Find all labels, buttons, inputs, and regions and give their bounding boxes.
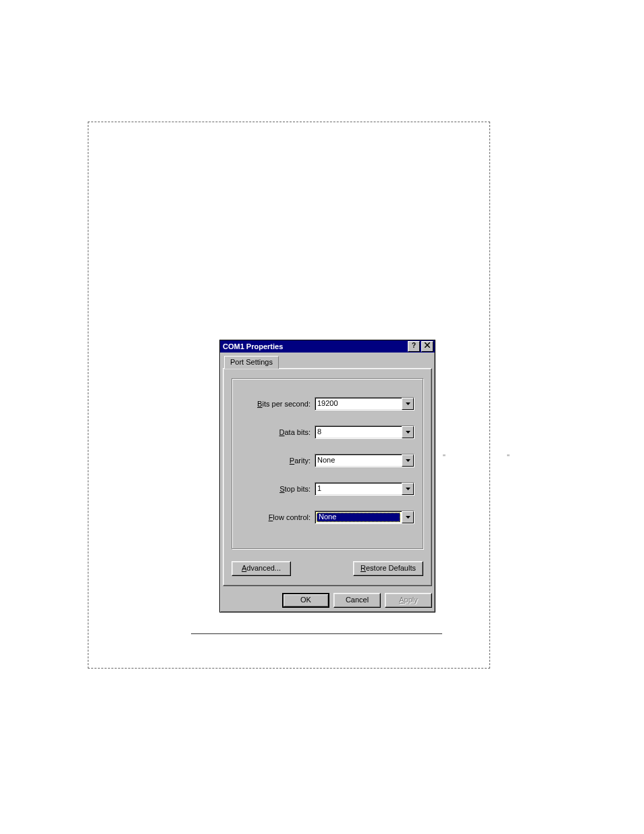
button-label: estore Defaults [366,564,416,572]
label-bits-per-second: Bits per second: [232,400,315,408]
close-button[interactable] [421,341,433,352]
combo-value: 8 [315,426,402,438]
dropdown-arrow-icon[interactable] [402,398,414,410]
label-data-bits: Data bits: [232,428,315,436]
combo-data-bits[interactable]: 8 [315,425,414,439]
svg-marker-3 [406,431,410,434]
settings-group: Bits per second: 19200 Data bits: 8 [232,378,423,549]
tab-label: Port Settings [230,358,273,366]
dialog-client-area: Port Settings Bits per second: 19200 [223,355,432,609]
svg-marker-6 [406,516,410,519]
button-label: pply [404,596,418,604]
svg-marker-5 [406,488,410,490]
label-stop-bits: Stop bits: [232,485,315,493]
combo-stop-bits[interactable]: 1 [315,482,414,496]
row-parity: Parity: None [232,453,414,468]
decorative-quote: " [507,453,510,461]
label-flow-control: Flow control: [232,513,315,521]
button-label: OK [300,596,311,604]
combo-value: 19200 [315,398,402,410]
row-bits-per-second: Bits per second: 19200 [232,396,414,411]
svg-marker-4 [406,459,410,462]
dropdown-arrow-icon[interactable] [402,426,414,438]
row-data-bits: Data bits: 8 [232,425,414,440]
tab-port-settings[interactable]: Port Settings [224,356,279,369]
row-stop-bits: Stop bits: 1 [232,481,414,496]
dropdown-arrow-icon[interactable] [402,454,414,467]
ok-button[interactable]: OK [282,593,329,608]
tabstrip: Port Settings [223,355,432,369]
combo-bits-per-second[interactable]: 19200 [315,397,414,411]
com1-properties-dialog: COM1 Properties ? Port Settings Bits per… [219,340,435,613]
titlebar[interactable]: COM1 Properties ? [220,340,435,353]
decorative-quote: " [443,453,446,461]
tabpage-port-settings: Bits per second: 19200 Data bits: 8 [223,368,432,586]
row-flow-control: Flow control: None [232,510,414,525]
dialog-title: COM1 Properties [223,342,406,350]
combo-flow-control[interactable]: None [315,511,414,524]
close-icon [425,342,430,348]
combo-value: None [317,513,400,522]
combo-value: None [315,454,402,467]
label-parity: Parity: [232,457,315,465]
horizontal-rule [191,633,442,634]
combo-value: 1 [315,483,402,495]
dropdown-arrow-icon[interactable] [402,483,414,495]
restore-defaults-button[interactable]: Restore Defaults [353,561,423,576]
cancel-button[interactable]: Cancel [333,593,381,608]
button-label: Cancel [346,596,369,604]
advanced-button[interactable]: Advanced... [232,561,291,576]
button-label: dvanced... [246,564,281,572]
dropdown-arrow-icon[interactable] [402,511,414,523]
dialog-button-bar: OK Cancel Apply [282,593,432,608]
help-button[interactable]: ? [408,341,420,352]
combo-parity[interactable]: None [315,454,414,467]
svg-marker-2 [406,402,410,405]
apply-button[interactable]: Apply [385,593,432,608]
